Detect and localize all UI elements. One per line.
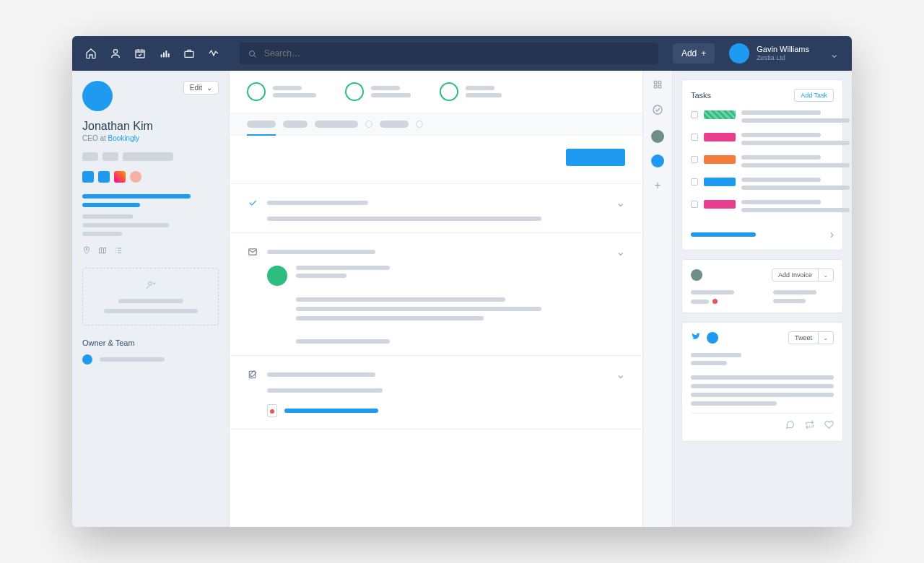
reply-icon[interactable] [785,419,795,432]
activity-icon[interactable] [208,48,219,59]
side-rail: + [642,71,673,527]
add-invoice-button[interactable]: Add Invoice⌄ [772,269,834,282]
task-row[interactable] [691,155,834,167]
owner-team-title: Owner & Team [82,339,219,347]
social-icon[interactable] [114,171,126,183]
plus-icon: + [701,48,706,58]
task-row[interactable] [691,133,834,145]
calendar-icon[interactable] [134,48,146,59]
briefcase-icon[interactable] [183,48,195,59]
tag-chip[interactable] [123,152,173,161]
social-icon[interactable] [98,171,110,183]
rail-avatar[interactable] [651,130,664,143]
company-link[interactable]: Bookingly [108,134,139,142]
team-member-row[interactable] [82,354,219,365]
task-checkbox[interactable] [691,111,698,118]
placeholder-line [267,201,368,205]
tab[interactable] [247,121,276,128]
list-icon[interactable] [114,245,123,258]
twitter-icon [691,331,701,344]
svg-rect-6 [185,51,193,57]
person-icon[interactable] [110,48,121,59]
feed-header[interactable]: ⌄ [247,245,625,258]
profile-name: Jonathan Kim [82,120,219,133]
summary-item[interactable] [440,82,502,101]
attachment-row[interactable] [267,404,625,417]
placeholder-line [296,297,505,302]
contact-info [82,194,219,236]
tasks-more-row[interactable]: › [691,222,834,241]
placeholder-line [267,217,541,221]
chevron-down-icon[interactable]: ⌄ [616,367,625,381]
svg-rect-15 [658,85,661,88]
home-icon[interactable] [85,48,97,59]
panel-avatar [707,332,718,344]
task-checkbox[interactable] [691,134,698,141]
svg-rect-12 [654,81,657,84]
placeholder-line [82,214,133,219]
tab[interactable] [315,121,358,128]
svg-rect-14 [654,85,657,88]
right-sidebar: Tasks Add Task › Add Invoice⌄ [673,71,852,527]
svg-rect-1 [136,50,144,58]
task-row[interactable] [691,110,834,123]
tab[interactable] [283,121,308,128]
primary-button[interactable] [566,149,625,166]
feed-header[interactable]: ⌄ [247,367,625,381]
summary-item[interactable] [345,82,411,101]
user-name: Gavin Williams [757,45,809,54]
tag-chip[interactable] [82,152,98,161]
feed-header[interactable]: ⌄ [247,196,625,209]
check-circle-icon[interactable] [652,104,663,118]
task-checkbox[interactable] [691,156,698,163]
profile-avatar[interactable] [82,81,113,111]
summary-row [230,71,642,113]
placeholder-line [741,110,821,115]
placeholder-line [82,194,191,198]
map-icon[interactable] [98,245,107,258]
plus-icon[interactable]: + [654,179,661,192]
chevron-down-icon[interactable]: ⌄ [616,196,625,209]
chevron-down-icon[interactable]: ⌄ [616,245,625,258]
profile-header: Edit⌄ [82,81,219,111]
social-icon[interactable] [130,171,141,183]
summary-item[interactable] [247,82,316,101]
panel-avatar [691,269,702,281]
task-checkbox[interactable] [691,178,698,186]
tab[interactable] [380,121,409,128]
task-checkbox[interactable] [691,201,698,208]
empty-card[interactable] [82,268,219,326]
heart-icon[interactable] [824,419,834,432]
tweet-button[interactable]: Tweet⌄ [788,331,834,344]
feed-body [247,266,625,344]
social-icon[interactable] [82,171,94,183]
attachment-name [284,409,378,413]
compose-row [230,136,642,184]
chevron-right-icon: › [830,228,834,241]
placeholder-line [371,93,411,97]
social-icons [82,171,219,183]
task-row[interactable] [691,200,834,212]
search-input[interactable] [240,43,658,64]
add-task-button[interactable]: Add Task [794,89,834,102]
add-button[interactable]: Add+ [673,43,715,64]
nav-icons [85,48,219,59]
tag-chip[interactable] [103,152,118,161]
left-sidebar: Edit⌄ Jonathan Kim CEO at Bookingly [72,71,230,527]
placeholder-line [691,353,741,357]
retweet-icon[interactable] [805,419,814,432]
pin-icon[interactable] [82,245,91,258]
search-icon [248,48,257,61]
edit-button[interactable]: Edit⌄ [183,81,219,95]
placeholder-line [691,232,756,237]
chevron-down-icon: ⌄ [206,84,212,92]
task-row[interactable] [691,178,834,190]
rail-avatar[interactable] [651,154,664,167]
email-avatar [267,266,287,286]
note-icon [247,370,258,380]
bars-icon[interactable] [159,48,170,59]
user-menu[interactable]: Gavin Williams Zestia Ltd ⌄ [729,43,839,64]
tweet-actions [691,413,834,432]
placeholder-line [100,357,165,362]
grid-icon[interactable] [653,79,663,92]
